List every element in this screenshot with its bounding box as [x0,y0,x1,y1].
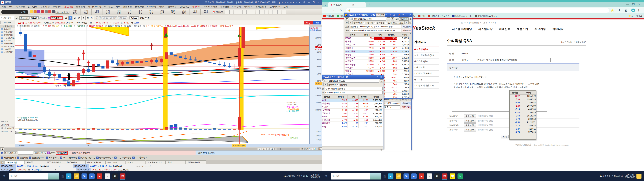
app-icon-6[interactable]: P [434,174,440,179]
drawing-tool-12[interactable] [278,10,282,14]
toolbar-button-호가주문[interactable]: 호가주문 [200,9,211,15]
indicator-analysis-button[interactable]: 지표분석 [402,29,412,32]
remove-exited-button[interactable]: 이탈삭제 [399,18,408,20]
app-icon-3[interactable]: e [411,174,416,179]
show-desktop[interactable] [321,171,322,181]
pre-market-toggle[interactable]: 전 [25,16,29,20]
table-row-앤씨앤[interactable]: 앤씨앤2,515▲ 455+22.097,199,640 [322,99,383,102]
toolbar-icon-5[interactable] [48,10,51,13]
app-icon-8[interactable]: 💬 [450,174,455,179]
chart-shape-button[interactable]: 차트형태 [0,20,14,24]
nav-시스템시장[interactable]: 시스템시장 [478,27,492,31]
menu-item-CFD주식[interactable]: CFD주식 [146,5,158,8]
screen-number-5[interactable]: 5 [290,1,292,4]
quick-search-pill[interactable]: ▾ 🔍 [1,10,28,14]
pause2-button[interactable]: ‖ [409,18,412,20]
quick-menu-상하한가실시간[interactable]: 1상하한가실시간 [78,156,95,160]
index-label-2[interactable]: KOSDAQ종합 [73,164,89,168]
bar-count[interactable]: 47/625 [130,16,139,20]
sidebar-item-변동성지표[interactable]: 변동성지표 [0,31,15,34]
news-ticker[interactable]: 브로드컴, 사상최… [136,165,154,168]
drawing-tool-11[interactable] [273,10,277,14]
toolbar-slot-S2[interactable]: S2 [60,11,64,14]
sidebar-item-시장강도지표[interactable]: 시장강도지표 [0,36,15,39]
strip-row[interactable]: -1.504,221,971 [510,121,536,124]
weather-widget[interactable]: ⛅ 4°C 흐림 [600,175,611,178]
file-select-button[interactable]: 파일 선택 [464,119,476,123]
toolbar-icon-0[interactable] [30,10,33,13]
app-icon-9[interactable]: b [458,174,463,179]
sidebar-link-공지사항[interactable]: 공지사항 [414,76,439,82]
toolbar-button-종합차트[interactable]: 종합차트 [157,9,168,15]
panel-item-신호검색[interactable]: 신호검색 [0,120,15,123]
post-title-input[interactable]: 급등하기 전 거래량 캔들 확인방법 (도지캔들 [476,58,550,62]
menu-item-보기[interactable]: 보기 [282,5,289,8]
minute-chip-5[interactable]: 5 [102,16,105,20]
app-icon-6[interactable]: P [112,174,118,179]
sell-button[interactable]: 매도 [313,21,321,24]
main-chart[interactable]: 최고 3,720 (02/23)최저 2,720 (01/25)MACD SIG… [15,27,310,144]
chart-tab-코오롱모빌리티[interactable]: 코오롱모빌리티 [146,160,166,164]
tab-search-icon[interactable]: ⌄ [324,3,326,6]
chat-button[interactable]: 채팅 [272,1,276,4]
sell-order-panel[interactable]: 보통 현재가 100% [196,150,322,155]
minute-chip-1[interactable]: 1 [96,16,98,20]
menu-item-신용/대출[interactable]: 신용/대출 [39,5,51,8]
quick-menu-특이종목(T)[interactable]: 1특이종목(T) [46,156,59,160]
sidebar-item-거래량지표[interactable]: 거래량지표 [0,42,15,45]
minute-chip-120[interactable]: 120 [122,16,127,20]
save-icon-button[interactable]: 💾 [322,80,324,82]
sidebar-item-가격지표[interactable]: 가격지표 [0,39,15,42]
minute-chip-3[interactable]: 3 [98,16,102,20]
bookmark-보도참고자료 | 기..[interactable]: 보도참고자료 | 기.. [452,14,472,18]
table-row-솔고바이오[interactable]: 솔고바이오507▲ 20+4.118,699,491 [322,112,383,115]
condition-box[interactable]: 0000이상 999999999 [382,102,400,105]
file-select-button[interactable]: 파일 선택 [464,123,476,127]
toolbar-button-키움현재[interactable]: 키움현재 [113,9,124,15]
toolbar-button-해외주식[interactable]: 해외주식 [168,9,178,15]
sidebar-link-수식작성 Q&A[interactable]: 수식작성 Q&A [414,46,439,52]
sidebar-item-추세지표[interactable]: 추세지표 [0,28,15,31]
chart-tab-한성크린텍[interactable]: 한성크린텍 [106,160,125,164]
chart-tab-협진[interactable]: 협진 [166,160,186,164]
toolbar-button-미니주문[interactable]: 미니주문 [190,9,200,15]
table-row-뉴프렉스[interactable]: 뉴프렉스9,590▲ 840+9.605,058,815 [345,60,412,63]
nav-시스템트레이딩[interactable]: 시스템트레이딩 [452,27,472,31]
menu-item-고객서비스[interactable]: 고객서비스 [268,5,282,8]
col-현재가[interactable]: 현재가 [334,95,347,99]
order-code-select[interactable]: 031310 ▾ 🔍 [34,151,47,154]
bookmark-::개인정보노출자 사..[interactable]: ::개인정보노출자 사.. [475,14,497,18]
chart-button[interactable]: 🗠 [394,18,399,20]
combo-dropdown-icon[interactable]: ▾ [387,18,390,20]
bookmark-YouTube[interactable]: YouTube [323,15,334,17]
toolbar-icon-2[interactable] [37,10,40,13]
table-row-아이즈비전[interactable]: 아이즈비전3,645▲ 425+13.204,769,378 [345,50,412,53]
screen-number-2[interactable]: 2 [281,1,284,4]
menu-item-종목추천[interactable]: 종목추천 [166,5,178,8]
new-tab-button[interactable]: ＋ [368,2,370,6]
play-▶▶[interactable]: ▶▶ [270,148,274,150]
password-field[interactable] [18,151,33,154]
strip-row[interactable]: -0.681,518,133 [510,114,536,118]
sticky-note-icon[interactable] [636,174,642,179]
toolbar-slot-S3[interactable]: S3 [65,11,69,14]
panel-item-나의관심지표[interactable]: 나의관심지표 [0,130,15,133]
app-icon-0[interactable]: e [66,174,72,179]
col-대비[interactable]: 대비 [348,95,358,99]
window2-title-bar[interactable]: 1 [0156] 조건검색실시간 - 밥 ─ □ ✕ [322,75,384,79]
drawing-tool-9[interactable] [264,10,268,14]
toolbar-button-주식종합[interactable]: 주식종합 [102,9,113,15]
task-view-icon[interactable]: ⿲ [383,174,386,178]
ticker-collapse-icon[interactable]: ▾ [59,165,60,168]
app-icon-1[interactable]: 📁 [74,174,79,179]
menu-search-input[interactable]: 메뉴항목검색 [0,16,14,20]
table-row-하이소닉[interactable]: 하이소닉5,740▲ 470+8.92123,311 [345,66,412,70]
col-종목명[interactable]: 종목명 [345,33,360,37]
symbol-code-input[interactable]: 031310 [29,16,38,20]
task-view-icon[interactable]: ⿲ [61,174,64,178]
app-icon-2[interactable]: 🛍 [82,174,87,179]
chart-tab-아이즈비전[interactable]: 아이즈비전 [5,160,25,164]
app-icon-7[interactable]: 株 [120,174,126,179]
strip-row[interactable]: -0.14438,939 [510,108,536,111]
app-icon-4[interactable]: ▶ [97,174,102,179]
